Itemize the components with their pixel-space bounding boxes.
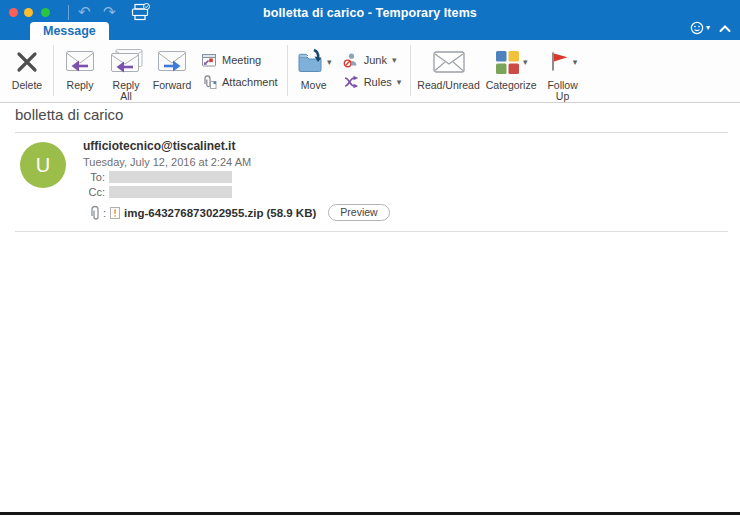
forward-button[interactable]: Forward [149, 40, 195, 102]
categorize-label: Categorize [486, 80, 537, 91]
message-date: Tuesday, July 12, 2016 at 2:24 AM [83, 156, 390, 168]
cc-label: Cc: [88, 186, 105, 198]
rules-icon [343, 74, 359, 90]
attachment-label: Attachment [222, 76, 278, 88]
read-unread-label: Read/Unread [417, 80, 479, 91]
message-header: ufficiotecnico@tiscalinet.it Tuesday, Ju… [83, 139, 390, 221]
read-unread-icon [433, 45, 465, 79]
meeting-icon [201, 52, 217, 68]
reply-icon [62, 45, 98, 79]
meeting-label: Meeting [222, 54, 261, 66]
reply-all-button[interactable]: Reply All [103, 40, 149, 102]
rules-label: Rules [364, 76, 392, 88]
cc-row: Cc: [83, 186, 390, 198]
attachment-row: : img-643276873022955.zip (58.9 KB) Prev… [83, 204, 390, 221]
preview-button[interactable]: Preview [328, 204, 389, 221]
categorize-icon [495, 50, 520, 75]
ribbon-divider [53, 45, 54, 96]
rules-button[interactable]: Rules ▾ [343, 74, 402, 90]
titlebar-right-controls: ▾ [690, 19, 731, 37]
move-label: Move [301, 80, 327, 91]
move-folder-icon [296, 48, 324, 76]
ribbon-divider [287, 45, 288, 96]
caret-down-icon: ▾ [327, 58, 332, 67]
caret-down-icon: ▾ [397, 78, 402, 87]
reply-all-icon [107, 45, 145, 79]
message-subject: bolletta di carico [15, 106, 123, 123]
attachment-filename[interactable]: img-643276873022955.zip [124, 207, 263, 219]
subject-separator [15, 132, 728, 133]
caret-down-icon: ▾ [392, 56, 397, 65]
cc-recipients-redacted [109, 186, 232, 198]
to-label: To: [88, 171, 105, 183]
delete-label: Delete [12, 80, 42, 91]
caret-down-icon: ▾ [523, 58, 528, 67]
ribbon-group-delete: Delete [4, 40, 50, 102]
caret-down-icon: ▾ [706, 24, 710, 32]
attachment-size: (58.9 KB) [266, 207, 316, 219]
respond-small-stack: Meeting Attachment [195, 40, 284, 102]
header-body-separator [15, 231, 728, 232]
junk-label: Junk [364, 54, 387, 66]
to-row: To: [83, 171, 390, 183]
collapse-ribbon-button[interactable] [719, 19, 731, 37]
follow-up-label: Follow Up [547, 80, 577, 102]
smiley-icon [690, 21, 704, 35]
reply-button[interactable]: Reply [57, 40, 103, 102]
read-unread-button[interactable]: Read/Unread [414, 40, 482, 102]
caret-down-icon: ▾ [573, 58, 578, 67]
junk-icon [343, 52, 359, 68]
follow-up-button[interactable]: ▾ Follow Up [540, 40, 586, 102]
chevron-up-icon [719, 24, 731, 33]
titlebar: ↶ ↷ bolletta di carico - Temporary Items… [0, 0, 740, 40]
junk-rules-stack: Junk ▾ Rules ▾ [337, 40, 408, 102]
feedback-smiley-button[interactable]: ▾ [690, 21, 710, 35]
tab-message[interactable]: Message [30, 22, 109, 40]
ribbon: Delete Reply [0, 40, 740, 103]
attachment-icon [201, 74, 217, 90]
attachment-colon: : [103, 207, 106, 219]
window-title: bolletta di carico - Temporary Items [0, 6, 740, 20]
ribbon-group-move: ▾ Move Junk ▾ [291, 40, 408, 102]
delete-button[interactable]: Delete [4, 40, 50, 102]
ribbon-group-tags: Read/Unread ▾ Categorize [414, 40, 585, 102]
sender-avatar: U [20, 142, 66, 188]
paperclip-icon [88, 205, 101, 220]
categorize-button[interactable]: ▾ Categorize [483, 40, 540, 102]
forward-label: Forward [153, 80, 192, 91]
meeting-button[interactable]: Meeting [201, 52, 278, 68]
ribbon-group-respond: Reply Reply All [57, 40, 284, 102]
attachment-button[interactable]: Attachment [201, 74, 278, 90]
forward-icon [154, 45, 190, 79]
move-button[interactable]: ▾ Move [291, 40, 337, 102]
zip-file-icon [110, 207, 120, 219]
junk-button[interactable]: Junk ▾ [343, 52, 402, 68]
sender-email[interactable]: ufficiotecnico@tiscalinet.it [83, 139, 390, 153]
ribbon-divider [410, 45, 411, 96]
outlook-message-window: ↶ ↷ bolletta di carico - Temporary Items… [0, 0, 740, 516]
to-recipients-redacted [109, 171, 232, 183]
follow-up-flag-icon [548, 51, 570, 73]
window-bottom-edge [0, 512, 740, 515]
delete-icon [14, 45, 40, 79]
message-body [0, 233, 740, 508]
reply-label: Reply [67, 80, 94, 91]
reply-all-label: Reply All [113, 80, 140, 102]
